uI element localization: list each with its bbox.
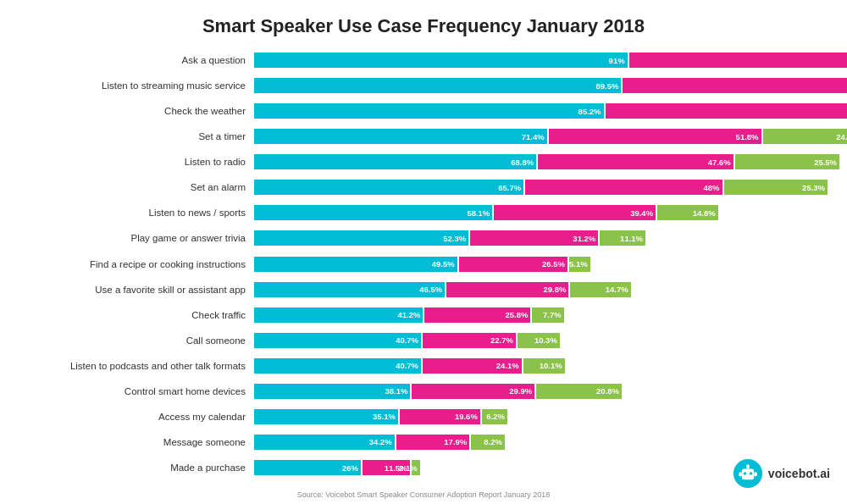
bar-group: 26%11.5%2.1% — [254, 460, 420, 475]
logo-label: voicebot.ai — [768, 467, 830, 480]
bar-pink: 29.8% — [446, 282, 568, 297]
bar-green: 11.1% — [600, 230, 645, 246]
bar-group: 65.7%48%25.3% — [254, 180, 828, 195]
bar-label: Set a timer — [17, 131, 254, 141]
bar-cyan: 71.4% — [254, 129, 547, 144]
bar-group: 52.3%31.2%11.1% — [254, 230, 645, 246]
bar-cyan: 35.1% — [254, 409, 398, 424]
bar-group: 34.2%17.9%8.2% — [254, 435, 505, 450]
bar-group: 46.5%29.8%14.7% — [254, 282, 631, 297]
svg-rect-4 — [746, 464, 750, 468]
bar-pink: 47.6% — [538, 154, 733, 169]
svg-point-2 — [743, 472, 746, 475]
voicebot-icon — [733, 458, 763, 489]
bar-row: Listen to radio68.8%47.6%25.5% — [17, 151, 847, 173]
bar-group: 41.2%25.8%7.7% — [254, 307, 564, 323]
bar-green: 7.7% — [532, 307, 563, 323]
bar-label: Access my calendar — [17, 412, 254, 422]
bar-group: 89.5%76.2%41.9% — [254, 78, 847, 93]
bar-cyan: 89.5% — [254, 78, 621, 93]
bar-label: Play game or answer trivia — [17, 233, 254, 243]
svg-point-3 — [750, 472, 753, 475]
bar-label: Control smart home devices — [17, 386, 254, 396]
bar-label: Find a recipe or cooking instructions — [17, 259, 254, 269]
bar-cyan: 41.2% — [254, 307, 423, 323]
bar-cyan: 52.3% — [254, 230, 468, 246]
bar-pink: 24.1% — [423, 358, 522, 374]
bar-pink: 72.9% — [629, 53, 847, 68]
bar-green: 2.1% — [412, 460, 420, 475]
bar-group: 35.1%19.6%6.2% — [254, 409, 507, 424]
bar-pink: 39.4% — [494, 205, 656, 220]
bar-green: 24.1% — [763, 129, 847, 144]
bar-green: 6.2% — [482, 409, 507, 424]
bar-row: Play game or answer trivia52.3%31.2%11.1… — [17, 227, 847, 249]
bar-pink: 26.5% — [459, 257, 567, 272]
bar-group: 91%72.9%33.3% — [254, 53, 847, 68]
bar-label: Made a purchase — [17, 462, 254, 473]
bar-cyan: 58.1% — [254, 205, 492, 220]
bar-pink: 22.7% — [423, 333, 516, 348]
bar-row: Access my calendar35.1%19.6%6.2% — [17, 406, 847, 428]
bar-pink: 25.8% — [424, 307, 530, 323]
bar-cyan: 34.2% — [254, 435, 395, 450]
bar-green: 10.1% — [523, 358, 565, 374]
bar-group: 58.1%39.4%14.8% — [254, 205, 718, 220]
bar-label: Listen to podcasts and other talk format… — [17, 361, 254, 371]
bar-row: Made a purchase26%11.5%2.1% — [17, 457, 847, 479]
bar-green: 5.1% — [569, 257, 590, 272]
bar-green: 25.5% — [735, 154, 839, 169]
bar-group: 71.4%51.8%24.1% — [254, 129, 847, 144]
bar-green: 14.8% — [657, 205, 718, 220]
bar-green: 25.3% — [724, 180, 828, 195]
bar-group: 40.7%24.1%10.1% — [254, 358, 565, 374]
bar-pink: 19.6% — [400, 409, 480, 424]
bar-pink: 17.9% — [396, 435, 470, 450]
bar-cyan: 85.2% — [254, 103, 604, 119]
bar-row: Ask a question91%72.9%33.3% — [17, 49, 847, 71]
bar-label: Listen to streaming music service — [17, 80, 254, 91]
bar-green: 8.2% — [471, 435, 505, 450]
bars-section: Ask a question91%72.9%33.3%Listen to str… — [17, 49, 847, 479]
bar-row: Use a favorite skill or assistant app46.… — [17, 279, 847, 301]
bar-row: Check traffic41.2%25.8%7.7% — [17, 304, 847, 326]
bar-cyan: 46.5% — [254, 282, 445, 297]
bar-pink: 48% — [525, 180, 722, 195]
svg-rect-5 — [739, 472, 742, 476]
bar-pink: 29.9% — [412, 384, 534, 399]
bar-row: Listen to news / sports58.1%39.4%14.8% — [17, 202, 847, 224]
bar-label: Check the weather — [17, 106, 254, 116]
bar-cyan: 26% — [254, 460, 361, 475]
voicebot-logo: voicebot.ai — [733, 458, 830, 489]
source-text: Source: Voicebot Smart Speaker Consumer … — [0, 490, 847, 499]
bar-cyan: 40.7% — [254, 333, 421, 348]
bar-row: Set an alarm65.7%48%25.3% — [17, 176, 847, 198]
bar-label: Listen to news / sports — [17, 208, 254, 218]
bar-cyan: 49.5% — [254, 257, 457, 272]
bar-label: Set an alarm — [17, 182, 254, 192]
bar-cyan: 91% — [254, 53, 628, 68]
bar-row: Call someone40.7%22.7%10.3% — [17, 330, 847, 352]
bar-pink: 76.2% — [623, 78, 847, 93]
bar-row: Set a timer71.4%51.8%24.1% — [17, 125, 847, 147]
bar-pink: 51.8% — [549, 129, 761, 144]
chart-title: Smart Speaker Use Case Frequency January… — [17, 15, 830, 37]
bar-cyan: 38.1% — [254, 384, 410, 399]
bar-green: 20.8% — [536, 384, 622, 399]
bar-label: Check traffic — [17, 310, 254, 320]
bar-label: Listen to radio — [17, 157, 254, 167]
bar-cyan: 68.8% — [254, 154, 536, 169]
bar-row: Message someone34.2%17.9%8.2% — [17, 431, 847, 453]
bar-group: 68.8%47.6%25.5% — [254, 154, 839, 169]
svg-rect-6 — [754, 472, 757, 476]
bar-green: 10.3% — [518, 333, 560, 348]
bar-pink: 31.2% — [470, 230, 598, 246]
bar-row: Listen to podcasts and other talk format… — [17, 355, 847, 377]
bar-label: Use a favorite skill or assistant app — [17, 285, 254, 295]
bar-green: 14.7% — [570, 282, 630, 297]
bar-cyan: 40.7% — [254, 358, 421, 374]
bar-row: Check the weather85.2%69.1%41.4% — [17, 100, 847, 122]
bar-label: Call someone — [17, 335, 254, 346]
bar-group: 40.7%22.7%10.3% — [254, 333, 560, 348]
bar-pink: 69.1% — [606, 103, 847, 119]
